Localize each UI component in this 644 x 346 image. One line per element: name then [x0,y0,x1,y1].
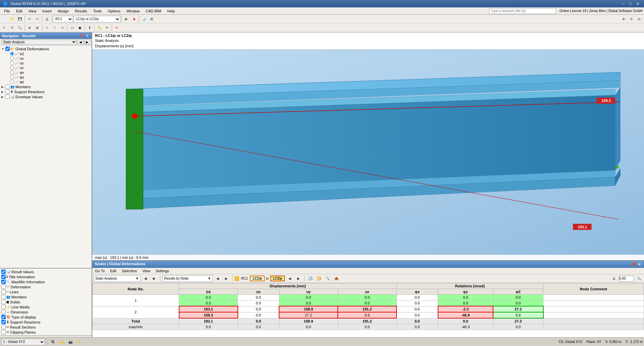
sb-btn3[interactable]: 📸 [67,338,74,346]
menu-file[interactable]: File [1,8,13,14]
sb-btn1[interactable]: 🏗 [49,338,57,346]
save-button[interactable]: 💾 [16,15,23,23]
tree-result-values[interactable]: 📊 Result Values [1,269,91,274]
coordinate-system-select[interactable]: 1 - Global XYZ [1,339,45,345]
radio-uz[interactable] [10,66,14,70]
member-btn[interactable]: ═ [59,24,66,32]
menu-assign[interactable]: Assign [55,8,71,14]
lc2-button[interactable]: LC2/p [270,276,285,281]
close-button[interactable]: ✕ [634,1,641,7]
menu-help[interactable]: Help [165,8,178,14]
menu-results[interactable]: Results [72,8,90,14]
menu-options[interactable]: Options [105,8,123,14]
undo-button[interactable]: ↩ [26,15,33,23]
tree-item-phiz[interactable]: 📈 φz [1,79,91,84]
sync-btn[interactable]: 🔁 [315,275,323,282]
results-edit[interactable]: Edit [109,269,118,273]
zoom-fit-button[interactable]: ⊞ [148,15,155,23]
print-table-btn[interactable]: 🖨 [610,275,618,282]
tree-item-ux[interactable]: 📈 ux [1,56,91,61]
tree-item-envelope-values[interactable]: ▶ 📊 Envelope Values [1,94,91,99]
redo-button[interactable]: ↪ [34,15,41,23]
menu-edit[interactable]: Edit [13,8,25,14]
tree-item-members[interactable]: ▶ 👥 Members [1,84,91,89]
check-envelope-values[interactable] [5,95,10,99]
check-solids[interactable] [1,300,6,304]
expand-icon-support-reactions[interactable]: ▶ [1,90,5,94]
solid-btn[interactable]: ◼ [76,24,84,32]
table-value-input[interactable] [619,276,634,282]
menu-tools[interactable]: Tools [91,8,105,14]
navigator-filter-prev[interactable]: ◀ [77,40,84,45]
check-line-welds[interactable] [1,305,6,309]
results-table-scroll[interactable]: Node No. Displacements [mm] Rotations [m… [92,283,644,338]
check-dimension[interactable] [1,310,6,314]
results-goto[interactable]: Go To [94,269,106,273]
lc1-button[interactable]: LC1/p [250,276,265,281]
tree-result-sections[interactable]: ✂ Result Sections [1,325,91,330]
sb-btn2[interactable]: 📐 [58,338,65,346]
rotate-btn[interactable]: ↺ [8,24,16,32]
expand-icon-envelope-values[interactable]: ▶ [1,95,5,99]
x-axis-btn[interactable]: X↑ [621,15,628,23]
radio-u-abs[interactable] [10,52,14,56]
viewport-3d-scene[interactable]: 109.3 193.1 [92,49,644,251]
maximize-button[interactable]: □ [627,1,634,7]
check-result-values[interactable] [1,270,6,274]
tree-members-display[interactable]: 👥 Members [1,294,91,299]
check-members-display[interactable] [1,295,6,299]
line-btn[interactable]: / [51,24,58,32]
tree-line-welds[interactable]: ⚡ Line Welds [1,304,91,309]
nav-close-button[interactable]: ✕ [85,34,90,38]
results-selection[interactable]: Selection [120,269,138,273]
annotate-btn[interactable]: ✏ [103,24,111,32]
tree-item-support-reactions[interactable]: ▶ ⬇ Support Reactions [1,89,91,94]
filter-btn[interactable]: 🔍 [324,275,331,282]
check-support-reactions[interactable] [5,90,10,94]
lc-prev-btn[interactable]: ◀ [286,275,293,282]
delete-btn[interactable]: ✕ [113,24,120,32]
surface-btn[interactable]: ▭ [68,24,76,32]
analysis-prev-btn[interactable]: ◀ [142,275,149,282]
refresh-btn[interactable]: 🔄 [307,275,314,282]
open-button[interactable]: 📁 [8,15,16,23]
select-btn[interactable]: ↖ [1,24,8,32]
tree-solids[interactable]: ◼ Solids [1,299,91,304]
sb-btn4[interactable]: 📏 [75,338,83,346]
results-prev-btn[interactable]: ◀ [214,275,221,282]
keyword-search-input[interactable] [489,8,556,14]
radio-uy[interactable] [10,61,14,65]
check-global-deformations[interactable] [5,47,10,51]
check-deformation[interactable] [1,285,6,289]
tree-dimension[interactable]: ↔ Dimension [1,309,91,314]
tree-clipping-planes[interactable]: ✂ Clipping Planes [1,330,91,335]
check-members[interactable] [5,84,10,89]
analysis-type-dropdown[interactable]: Static Analysis ▼ [94,275,141,282]
run-analysis-button[interactable]: ▶ [123,15,130,23]
results-view[interactable]: View [141,269,152,273]
tree-item-phiy[interactable]: 📈 φy [1,75,91,79]
check-title-information[interactable] [1,275,6,279]
table-row[interactable]: 2 193.1 0.0 108.9 191.2 0.0 -2.3 27.2 [93,306,644,312]
analysis-next-btn[interactable]: ▶ [151,275,158,282]
zoom-btn[interactable]: 🔍 [16,24,23,32]
new-button[interactable]: 📄 [1,15,8,23]
print-button[interactable]: 🖨 [43,15,51,23]
menu-insert[interactable]: Insert [40,8,54,14]
grid-btn[interactable]: ⊞ [34,24,41,32]
node-btn[interactable]: • [43,24,51,32]
tree-title-information[interactable]: ℹ Title Information [1,274,91,279]
snap-btn[interactable]: ⊕ [26,24,33,32]
tree-type-of-display[interactable]: 🎨 Type of display [1,314,91,320]
measure-btn[interactable]: 📏 [96,24,103,32]
navigator-filter-next[interactable]: ▶ [84,40,90,45]
results-pin-button[interactable]: 📌 [631,262,636,267]
radio-phix[interactable] [10,70,14,74]
table-row[interactable]: 1 0.0 0.0 0.0 0.0 0.0 0.0 0.0 [93,295,644,300]
search-table-btn[interactable]: 🔍 [635,275,643,282]
menu-cad-bim[interactable]: CAD-BIM [143,8,164,14]
check-type-of-display[interactable] [1,315,6,319]
results-on-button[interactable]: 📊 [140,15,148,23]
expand-icon-members[interactable]: ▶ [1,85,5,89]
radio-ux[interactable] [10,56,14,60]
